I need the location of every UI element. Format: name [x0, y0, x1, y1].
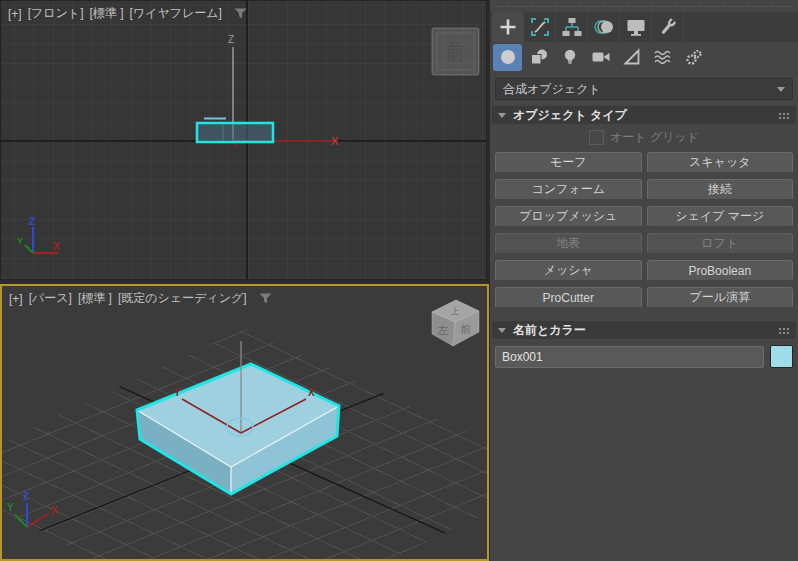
dropdown-value: 合成オブジェクト — [503, 81, 601, 98]
category-systems[interactable] — [679, 44, 708, 71]
rollout-grip-icon — [777, 326, 790, 335]
object-category-dropdown[interactable]: 合成オブジェクト — [495, 78, 793, 100]
button-shapemerge[interactable]: シェイプ マージ — [647, 206, 794, 227]
viewport-menu-standard[interactable]: [標準 ] — [89, 5, 123, 22]
geometry-sphere-icon — [498, 47, 518, 67]
button-boolean[interactable]: ブール演算 — [647, 287, 794, 308]
gizmo-x-label: X — [308, 387, 315, 398]
rollout-object-type[interactable]: オブジェクト タイプ — [492, 106, 796, 124]
create-plus-icon — [497, 16, 519, 38]
category-helpers[interactable] — [617, 44, 646, 71]
auto-grid-label: オート グリッド — [610, 129, 699, 146]
viewcube-perspective[interactable]: 上 左 前 — [432, 300, 479, 346]
tab-display[interactable] — [620, 12, 652, 42]
motion-icon — [593, 16, 615, 38]
viewport-front[interactable]: Z X Y Z X Y 前 — [0, 0, 487, 280]
rollout-name-and-color[interactable]: 名前とカラー — [492, 321, 796, 339]
category-space-warps[interactable] — [648, 44, 677, 71]
gizmo-x-label: X — [331, 135, 339, 147]
tab-hierarchy[interactable] — [556, 12, 588, 42]
tripod-z-label: Z — [29, 216, 35, 227]
command-panel: 合成オブジェクト オブジェクト タイプ オート グリッド モーフ スキャッタ コ… — [490, 0, 798, 561]
viewport-filter-icon[interactable] — [259, 293, 272, 304]
camera-icon — [591, 47, 611, 67]
tripod-y-label: Y — [7, 502, 14, 513]
category-shapes[interactable] — [524, 44, 553, 71]
viewcube-front-label: 前 — [445, 41, 465, 63]
gears-icon — [684, 47, 704, 67]
viewport-menu-plus[interactable]: [+] — [8, 7, 22, 21]
gizmo-y-label: Y — [174, 387, 181, 398]
button-morph[interactable]: モーフ — [495, 152, 642, 173]
tripod-y-label: Y — [17, 236, 23, 246]
name-and-color-row — [490, 339, 798, 374]
rollout-collapse-icon — [498, 113, 506, 118]
3ds-max-window: Z X Y Z X Y 前 — [0, 0, 798, 561]
tab-modify[interactable] — [524, 12, 556, 42]
tripod-x-label: X — [51, 505, 58, 516]
category-geometry[interactable] — [493, 44, 522, 71]
panel-drag-handle[interactable] — [496, 5, 792, 8]
tabbar-filler — [684, 12, 798, 42]
button-terrain[interactable]: 地表 — [495, 233, 642, 254]
rollout-collapse-icon — [498, 328, 506, 333]
create-categories — [490, 42, 798, 72]
viewport-perspective[interactable]: Y X Z X Y 上 左 前 [+] [パース] — [0, 284, 489, 561]
viewport-menu-standard[interactable]: [標準 ] — [78, 290, 112, 307]
rollout-grip-icon — [777, 111, 790, 120]
viewport-menu-plus[interactable]: [+] — [9, 292, 23, 306]
tripod-z-label: Z — [23, 491, 29, 502]
button-connect[interactable]: 接続 — [647, 179, 794, 200]
lightbulb-icon — [560, 47, 580, 67]
category-lights[interactable] — [555, 44, 584, 71]
waves-icon — [653, 47, 673, 67]
chevron-down-icon — [777, 87, 785, 92]
utilities-wrench-icon — [657, 16, 679, 38]
tab-motion[interactable] — [588, 12, 620, 42]
object-type-buttons: モーフ スキャッタ コンフォーム 接続 ブロッブメッシュ シェイプ マージ 地表… — [490, 150, 798, 316]
button-blobmesh[interactable]: ブロッブメッシュ — [495, 206, 642, 227]
perspective-axis-tripod: Z X Y — [7, 491, 58, 527]
viewport-menu-view[interactable]: [フロント] — [28, 5, 84, 22]
display-monitor-icon — [625, 16, 647, 38]
object-color-swatch[interactable] — [770, 345, 793, 368]
viewcube-front[interactable]: 前 — [432, 28, 479, 75]
set-square-icon — [622, 47, 642, 67]
front-viewport-label: [+] [フロント] [標準 ] [ワイヤフレーム] — [8, 5, 247, 22]
button-procutter[interactable]: ProCutter — [495, 287, 642, 308]
button-mesher[interactable]: メッシャ — [495, 260, 642, 281]
button-conform[interactable]: コンフォーム — [495, 179, 642, 200]
button-loft[interactable]: ロフト — [647, 233, 794, 254]
viewcube-front-label: 前 — [460, 323, 472, 335]
tab-create[interactable] — [492, 12, 524, 42]
viewcube-left-label: 左 — [438, 324, 449, 336]
auto-grid-checkbox[interactable] — [589, 130, 604, 145]
rollout-title: オブジェクト タイプ — [513, 107, 627, 124]
auto-grid-row: オート グリッド — [490, 124, 798, 150]
box001-wireframe[interactable] — [197, 119, 273, 143]
shapes-icon — [529, 47, 549, 67]
hierarchy-icon — [561, 16, 583, 38]
box001[interactable] — [137, 364, 339, 494]
button-proboolean[interactable]: ProBoolean — [647, 260, 794, 281]
viewport-filter-icon[interactable] — [234, 8, 247, 19]
tab-utilities[interactable] — [652, 12, 684, 42]
category-cameras[interactable] — [586, 44, 615, 71]
tripod-x-label: X — [53, 241, 60, 252]
viewport-menu-shading[interactable]: [既定のシェーディング] — [118, 290, 247, 307]
object-name-input[interactable] — [495, 346, 764, 368]
viewport-menu-view[interactable]: [パース] — [29, 290, 72, 307]
gizmo-z-label: Z — [228, 34, 234, 45]
button-scatter[interactable]: スキャッタ — [647, 152, 794, 173]
perspective-viewport-label: [+] [パース] [標準 ] [既定のシェーディング] — [9, 290, 272, 307]
rollout-title: 名前とカラー — [513, 322, 586, 339]
modify-icon — [529, 16, 551, 38]
viewcube-top-label: 上 — [451, 306, 460, 316]
viewport-menu-shading[interactable]: [ワイヤフレーム] — [130, 5, 222, 22]
perspective-scene: Y X Z X Y 上 左 前 — [2, 286, 487, 559]
command-panel-tabs — [490, 12, 798, 42]
front-scene: Z X Y Z X Y 前 — [1, 1, 486, 279]
